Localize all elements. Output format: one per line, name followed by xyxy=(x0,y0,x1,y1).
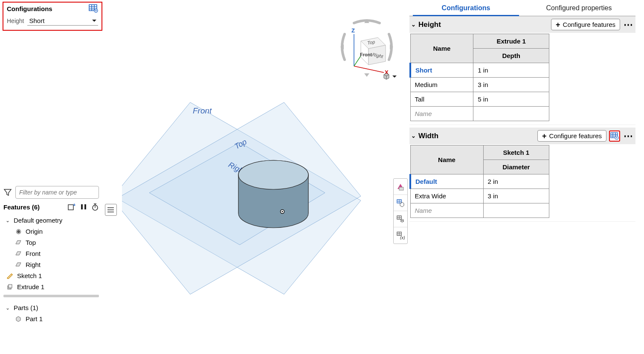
tree-origin[interactable]: ◉ Origin xyxy=(0,226,102,237)
table-row[interactable]: Tall 5 in xyxy=(410,92,549,107)
chevron-down-icon: ⌄ xyxy=(5,218,10,223)
tree-top-plane[interactable]: Top xyxy=(0,237,102,248)
chevron-down-icon[interactable]: ⌄ xyxy=(411,133,416,139)
config-variable-icon[interactable]: (x) xyxy=(394,227,407,244)
svg-rect-48 xyxy=(399,187,403,190)
features-header-label: Features (6) xyxy=(3,203,40,211)
config-cube-icon[interactable] xyxy=(394,195,407,211)
pause-icon[interactable] xyxy=(80,203,87,210)
svg-text:+: + xyxy=(73,203,75,207)
features-panel: Features (6) + ⌄ Default geometry ◉ Orig… xyxy=(0,184,102,354)
toolbar-vertical: (x) xyxy=(393,178,408,244)
more-menu-icon[interactable]: ⋯ xyxy=(623,19,634,30)
table-row[interactable]: Extra Wide 3 in xyxy=(410,189,549,203)
svg-text:Front: Front xyxy=(360,52,372,57)
filter-input[interactable] xyxy=(15,186,99,199)
right-panel: Configurations Configured properties ⌄ H… xyxy=(409,0,635,224)
tree-extrude1[interactable]: Extrude 1 xyxy=(0,281,102,292)
svg-point-28 xyxy=(238,160,308,189)
section-width-title: Width xyxy=(418,132,438,140)
svg-rect-10 xyxy=(84,204,86,209)
table-row-new[interactable]: Name xyxy=(410,107,549,121)
view-mode-dropdown[interactable] xyxy=(382,73,397,80)
caret-down-icon xyxy=(392,75,397,78)
caret-down-icon xyxy=(92,20,96,22)
view-cube[interactable]: Z X Y Top Front Right xyxy=(337,17,397,81)
config-param-label: Height xyxy=(7,17,24,24)
col-param: Diameter xyxy=(483,160,549,174)
svg-marker-32 xyxy=(364,73,369,77)
tree-part1[interactable]: Part 1 xyxy=(0,313,102,324)
svg-point-6 xyxy=(96,10,97,12)
tree-right-plane[interactable]: Right xyxy=(0,259,102,270)
col-feature: Sketch 1 xyxy=(483,145,549,160)
width-table: Name Sketch 1 Diameter Default 2 in Extr… xyxy=(409,145,549,218)
configurations-box-title: Configurations xyxy=(7,5,52,12)
height-table: Name Extrude 1 Depth Short 1 in Medium 3… xyxy=(409,34,549,121)
origin-icon: ◉ xyxy=(15,227,22,235)
col-param: Depth xyxy=(473,49,549,63)
rollback-bar[interactable] xyxy=(3,295,99,297)
extrude-icon xyxy=(6,283,14,290)
section-width: ⌄ Width + Configure features ⋯ Name Sket… xyxy=(409,128,635,222)
table-row[interactable]: Medium 3 in xyxy=(410,78,549,92)
filter-icon[interactable] xyxy=(3,188,12,197)
plane-icon xyxy=(15,250,22,257)
table-row[interactable]: Default 2 in xyxy=(410,174,549,189)
col-feature: Extrude 1 xyxy=(473,34,549,49)
configure-features-button[interactable]: + Configure features xyxy=(551,19,620,30)
table-row-new[interactable]: Name xyxy=(410,203,549,218)
svg-text:(x): (x) xyxy=(400,235,405,240)
svg-point-65 xyxy=(616,137,618,138)
config-table-icon[interactable] xyxy=(89,4,98,13)
svg-text:Z: Z xyxy=(351,27,355,34)
table-row[interactable]: Short 1 in xyxy=(410,63,549,78)
svg-line-37 xyxy=(354,66,384,73)
col-name: Name xyxy=(410,34,473,63)
tab-configured-properties[interactable]: Configured properties xyxy=(522,0,635,16)
plus-icon: + xyxy=(556,22,560,27)
tree-front-plane[interactable]: Front xyxy=(0,248,102,259)
configure-features-button[interactable]: + Configure features xyxy=(537,130,606,142)
section-height: ⌄ Height + Configure features ⋯ Name Ext… xyxy=(409,16,635,125)
section-height-title: Height xyxy=(418,20,441,29)
svg-rect-9 xyxy=(81,204,83,209)
chevron-down-icon[interactable]: ⌄ xyxy=(411,21,416,28)
svg-rect-16 xyxy=(9,284,12,288)
tree-default-geometry[interactable]: ⌄ Default geometry xyxy=(0,215,102,226)
tab-configurations[interactable]: Configurations xyxy=(409,0,522,16)
tree-sketch1[interactable]: Sketch 1 xyxy=(0,270,102,281)
plus-icon: + xyxy=(542,133,547,139)
plane-icon xyxy=(15,238,22,246)
config-param-value: Short xyxy=(29,17,44,24)
plane-label-front: Front xyxy=(193,106,212,115)
col-name: Name xyxy=(410,145,483,174)
config-table-visibility-icon[interactable] xyxy=(609,131,620,142)
svg-point-30 xyxy=(282,211,283,212)
stopwatch-icon[interactable] xyxy=(91,203,99,211)
feature-tree: ⌄ Default geometry ◉ Origin Top Front Ri… xyxy=(0,213,102,294)
plane-icon xyxy=(15,261,22,268)
sketch-icon xyxy=(6,272,14,279)
more-menu-icon[interactable]: ⋯ xyxy=(623,131,634,142)
part-icon xyxy=(15,315,22,322)
chevron-down-icon: ⌄ xyxy=(5,305,10,311)
config-assembly-icon[interactable] xyxy=(394,211,407,227)
config-param-dropdown[interactable]: Short xyxy=(27,16,98,26)
tree-parts-header[interactable]: ⌄ Parts (1) xyxy=(0,302,102,313)
appearance-icon[interactable] xyxy=(394,179,407,195)
3d-model: Front Top Right xyxy=(122,85,386,324)
configurations-box: Configurations Height Short xyxy=(3,2,102,31)
add-feature-icon[interactable]: + xyxy=(67,203,76,211)
